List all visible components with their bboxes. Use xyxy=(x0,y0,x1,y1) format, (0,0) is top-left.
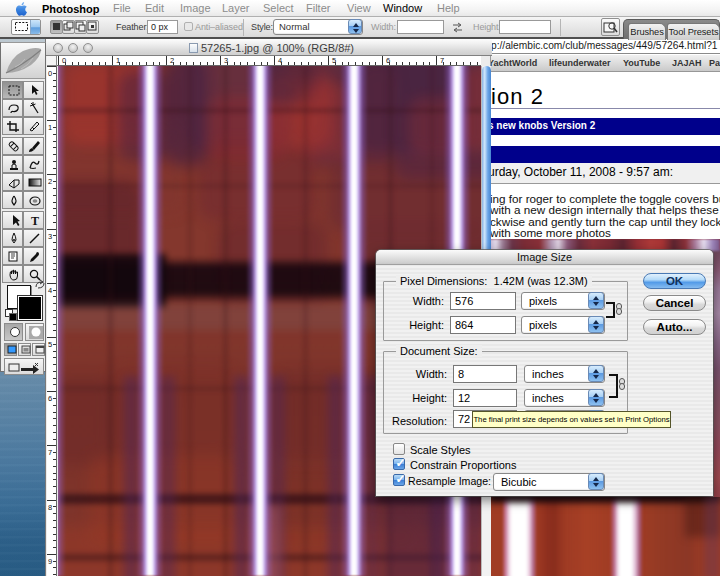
svg-text:T: T xyxy=(31,214,39,228)
